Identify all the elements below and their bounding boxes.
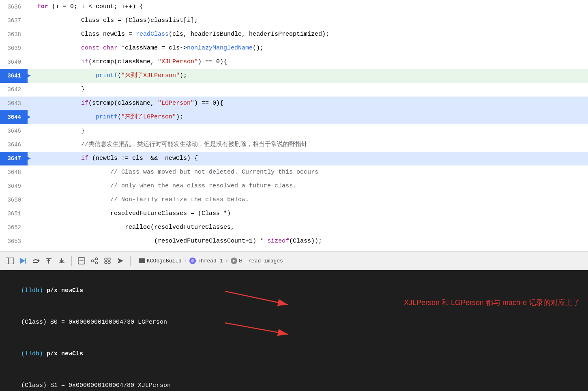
code-line-3643: 3643 if(strcmp(className, "LGPerson") ==… — [0, 97, 588, 110]
line-number: 3646 — [0, 138, 28, 152]
frame-label: 0 _read_images — [239, 258, 283, 264]
line-content: } — [36, 124, 588, 138]
svg-marker-4 — [38, 259, 40, 262]
line-number: 3649 — [0, 179, 28, 193]
console-cmd-1: p/x newCls — [43, 287, 83, 294]
svg-rect-1 — [6, 258, 14, 264]
code-editor: 3636 for (i = 0; i < count; i++) { 3637 … — [0, 0, 588, 251]
svg-point-14 — [96, 258, 98, 260]
line-number: 3648 — [0, 165, 28, 179]
code-line-3641: 3641 ▶ printf("来到了XJLPerson"); — [0, 69, 588, 83]
svg-point-19 — [105, 258, 107, 260]
svg-line-17 — [93, 259, 96, 260]
code-line-3647: 3647 ▶ if (newCls != cls && newCls) { — [0, 152, 588, 165]
svg-point-20 — [108, 258, 110, 260]
breadcrumb-frame: 0 _read_images — [231, 258, 283, 264]
console-line-1: (lldb) p/x newCls — [6, 275, 582, 307]
svg-point-15 — [92, 260, 94, 262]
continue-button[interactable] — [18, 256, 28, 266]
breadcrumb-project: KCObjcBuild — [139, 258, 182, 264]
step-in-button[interactable] — [44, 256, 54, 266]
svg-point-22 — [108, 261, 110, 264]
step-over-button[interactable] — [31, 256, 41, 266]
code-line-3636: 3636 for (i = 0; i < count; i++) { — [0, 0, 588, 14]
console-prompt-2: (lldb) — [21, 350, 43, 357]
svg-point-16 — [96, 262, 98, 264]
line-content: for (i = 0; i < count; i++) { — [36, 0, 588, 14]
line-number: 3637 — [0, 14, 28, 28]
line-content: resolvedFutureClasses[resolvedFutureClas… — [36, 248, 588, 251]
line-arrow: ▶ — [28, 110, 36, 124]
svg-rect-0 — [6, 258, 9, 264]
code-line-3642: 3642 } — [0, 83, 588, 97]
line-content: Class newCls = readClass(cls, headerIsBu… — [36, 28, 588, 41]
line-number: 3644 — [0, 110, 28, 124]
line-content: // Non-lazily realize the class below. — [36, 193, 588, 207]
line-arrow: ▶ — [28, 152, 36, 165]
line-number: 3645 — [0, 124, 28, 138]
line-number: 3641 — [0, 69, 28, 83]
chevron-icon-1: › — [184, 258, 187, 264]
code-line-3648: 3648 // Class was moved but not deleted.… — [0, 165, 588, 179]
code-line-3650: 3650 // Non-lazily realize the class bel… — [0, 193, 588, 207]
thread-label: Thread 1 — [197, 258, 223, 264]
svg-rect-25 — [139, 258, 145, 263]
line-content: if(strcmp(className, "LGPerson") == 0){ — [36, 97, 588, 110]
send-button[interactable] — [116, 256, 125, 266]
line-content: resolvedFutureClasses = (Class *) — [36, 207, 588, 221]
code-line-3645: 3645 } — [0, 124, 588, 138]
svg-point-21 — [105, 261, 107, 264]
debug-toolbar: KCObjcBuild › Thread 1 › 0 _read_images — [0, 251, 588, 270]
svg-line-18 — [93, 261, 96, 262]
line-number: 3647 — [0, 152, 28, 165]
thread-icon — [189, 258, 196, 264]
line-content: realloc(resolvedFutureClasses, — [36, 221, 588, 234]
line-number: 3638 — [0, 28, 28, 41]
console-area: (lldb) p/x newCls (Class) $0 = 0x0000000… — [0, 270, 588, 391]
code-line-3654: 3654 resolvedFutureClasses[resolvedFutur… — [0, 248, 588, 251]
line-content: (resolvedFutureClassCount+1) * sizeof(Cl… — [36, 234, 588, 248]
line-number: 3642 — [0, 83, 28, 97]
line-content: if (newCls != cls && newCls) { — [36, 152, 588, 165]
sidebar-toggle-icon[interactable] — [5, 256, 15, 266]
console-line-4: (Class) $1 = 0x0000000100004780 XJLPerso… — [6, 370, 582, 391]
code-line-3640: 3640 if(strcmp(className, "XJLPerson") =… — [0, 55, 588, 69]
code-line-3653: 3653 (resolvedFutureClassCount+1) * size… — [0, 234, 588, 248]
line-content: if(strcmp(className, "XJLPerson") == 0){ — [36, 55, 588, 69]
code-line-3638: 3638 Class newCls = readClass(cls, heade… — [0, 28, 588, 41]
code-line-3644: 3644 ▶ printf("来到了LGPerson"); — [0, 110, 588, 124]
line-number: 3636 — [0, 0, 28, 14]
line-content: // only when the new class resolved a fu… — [36, 179, 588, 193]
console-output-2: (Class) $1 = 0x0000000100004780 XJLPerso… — [21, 382, 171, 389]
chevron-icon-2: › — [225, 258, 228, 264]
breadcrumb: KCObjcBuild › Thread 1 › 0 _read_images — [139, 258, 283, 264]
code-line-3646: 3646 //类信息发生混乱，类运行时可能发生移动，但是没有被删除，相当于常说的… — [0, 138, 588, 152]
line-arrow: ▶ — [28, 69, 36, 83]
line-number: 3652 — [0, 221, 28, 234]
line-number: 3639 — [0, 41, 28, 55]
line-number: 3643 — [0, 97, 28, 110]
svg-rect-3 — [25, 258, 26, 264]
share-button[interactable] — [90, 256, 99, 266]
breadcrumb-thread: Thread 1 — [189, 258, 223, 264]
line-content: printf("来到了LGPerson"); — [36, 110, 588, 124]
frame-icon — [231, 258, 237, 264]
line-number: 3640 — [0, 55, 28, 69]
console-cmd-2: p/x newCls — [43, 350, 83, 357]
code-line-3652: 3652 realloc(resolvedFutureClasses, — [0, 221, 588, 234]
step-out-button[interactable] — [57, 256, 67, 266]
group-button[interactable] — [103, 256, 112, 266]
console-line-3: (lldb) p/x newCls — [6, 338, 582, 370]
svg-marker-2 — [20, 258, 25, 264]
line-content: } — [36, 83, 588, 97]
frame-up-button[interactable] — [77, 256, 86, 266]
line-number: 3654 — [0, 248, 28, 251]
code-line-3651: 3651 resolvedFutureClasses = (Class *) — [0, 207, 588, 221]
separator-2 — [130, 256, 131, 266]
line-number: 3651 — [0, 207, 28, 221]
code-line-3637: 3637 Class cls = (Class)classlist[i]; — [0, 14, 588, 28]
console-output-1: (Class) $0 = 0x0000000100004730 LGPerson — [21, 319, 167, 326]
code-line-3649: 3649 // only when the new class resolved… — [0, 179, 588, 193]
console-prompt-1: (lldb) — [21, 287, 43, 294]
project-icon — [139, 258, 145, 263]
